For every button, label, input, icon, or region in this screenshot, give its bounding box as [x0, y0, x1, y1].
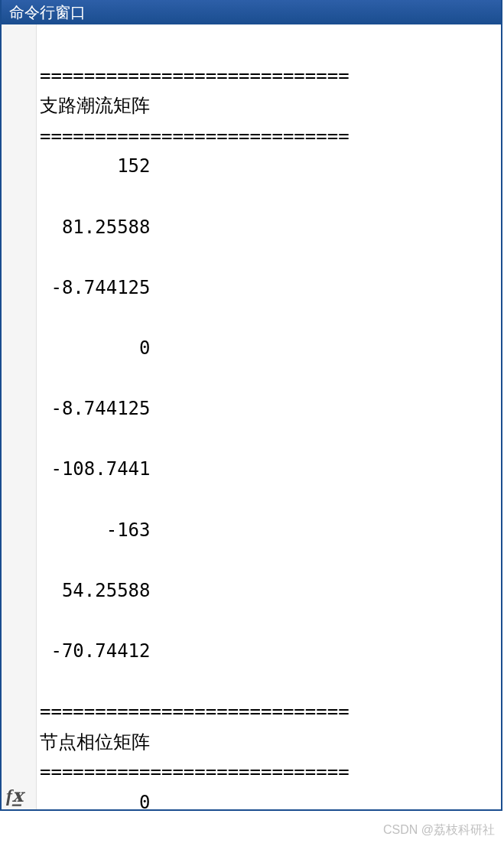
output-value: 152 [40, 151, 498, 182]
output-value: 54.25588 [40, 576, 498, 607]
command-output[interactable]: ============================ 支路潮流矩阵 ====… [37, 24, 501, 809]
command-window: 命令行窗口 fx̲ ============================ 支… [0, 0, 502, 811]
section1-title: 支路潮流矩阵 [40, 96, 150, 116]
output-value: -8.744125 [40, 394, 498, 425]
output-value: 0 [40, 334, 498, 364]
window-title: 命令行窗口 [9, 2, 86, 23]
fx-icon[interactable]: fx̲ [6, 784, 23, 806]
output-value: -8.744125 [40, 273, 498, 304]
divider-line: ============================ [40, 761, 350, 783]
output-value: 81.25588 [40, 213, 498, 243]
output-value: 0 [40, 788, 498, 819]
output-value: -70.74412 [40, 636, 498, 667]
output-value: -163 [40, 516, 498, 546]
divider-line: ============================ [40, 65, 350, 86]
section2-title: 节点相位矩阵 [40, 732, 150, 752]
divider-line: ============================ [40, 701, 350, 722]
content-wrapper: fx̲ ============================ 支路潮流矩阵 … [2, 24, 501, 809]
watermark: CSDN @荔枝科研社 [383, 822, 495, 838]
gutter: fx̲ [2, 24, 37, 809]
output-value: -108.7441 [40, 454, 498, 485]
titlebar: 命令行窗口 [2, 0, 501, 24]
divider-line: ============================ [40, 125, 350, 147]
